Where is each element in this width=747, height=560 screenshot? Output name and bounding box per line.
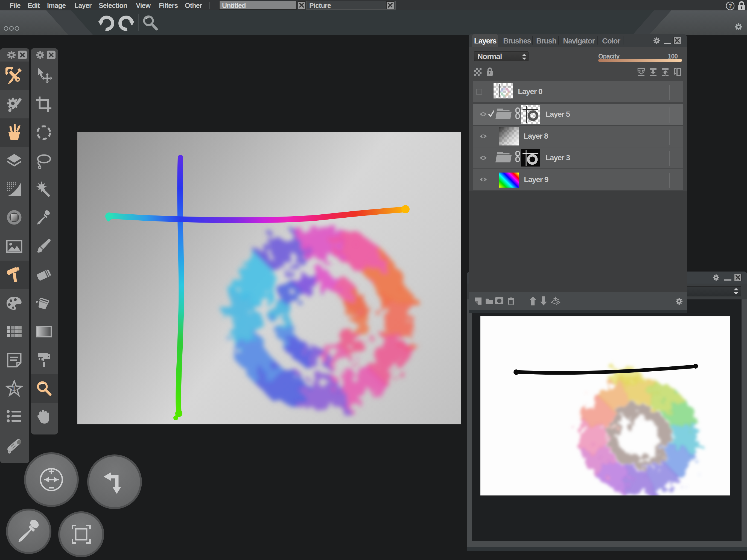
svg-text:?: ? [728, 2, 732, 9]
svg-text:1: 1 [12, 385, 16, 392]
